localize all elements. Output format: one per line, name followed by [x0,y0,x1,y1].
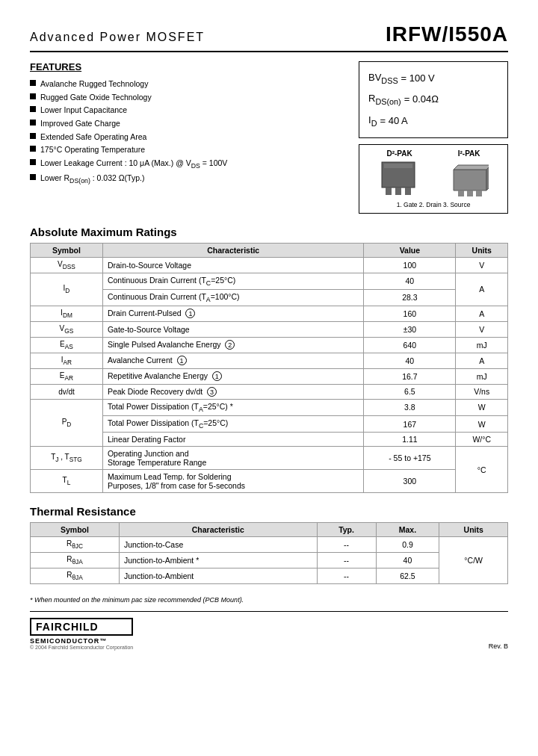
char-cell: Single Pulsed Avalanche Energy 2 [102,337,363,353]
units-cell: W/°C [456,433,508,447]
table-row: PD Total Power Dissipation (TA=25°C) * 3… [31,399,508,415]
value-cell: 3.8 [364,399,456,415]
table-row: RθJA Junction-to-Ambient * -- 40 [31,553,508,568]
thermal-heading: Thermal Resistance [30,505,508,518]
symbol-cell: RθJA [31,553,120,568]
units-cell: V [456,257,508,273]
typ-cell: -- [317,568,376,584]
symbol-cell: TJ , TSTG [31,447,103,470]
units-cell: mJ [456,337,508,353]
units-cell: A [456,306,508,321]
value-cell: 40 [364,353,456,368]
char-cell: Junction-to-Ambient [119,568,317,584]
table-row: VGS Gate-to-Source Voltage ±30 V [31,321,508,337]
specs-section: BVDSS = 100 V RDS(on) = 0.04Ω ID = 40 A … [359,61,508,214]
value-cell: 160 [364,306,456,321]
features-section: FEATURES Avalanche Rugged Technology Rug… [30,61,344,214]
table-row: IDM Drain Current-Pulsed 1 160 A [31,306,508,321]
char-cell: Repetitive Avalanche Energy 1 [102,368,363,384]
thermal-table: Symbol Characteristic Typ. Max. Units Rθ… [30,522,508,584]
package-header: D²-PAK I²-PAK [364,149,503,158]
table-row: RθJC Junction-to-Case -- 0.9 °C/W [31,537,508,553]
table-row: EAR Repetitive Avalanche Energy 1 16.7 m… [31,368,508,384]
units-cell: W [456,399,508,415]
symbol-cell: dv/dt [31,384,103,399]
page-footer: FAIRCHILD SEMICONDUCTOR™ © 2004 Fairchil… [30,611,508,650]
svg-marker-6 [454,165,489,170]
main-top-section: FEATURES Avalanche Rugged Technology Rug… [30,61,508,214]
svg-rect-10 [476,190,482,196]
char-cell: Peak Diode Recovery dv/dt 3 [102,384,363,399]
char-cell: Maximum Lead Temp. for SolderingPurposes… [102,470,363,493]
package-diagram: D²-PAK I²-PAK [359,144,508,214]
package-images [364,161,503,198]
svg-rect-4 [384,164,412,168]
col-typ: Typ. [317,523,376,537]
table-row: dv/dt Peak Diode Recovery dv/dt 3 6.5 V/… [31,384,508,399]
svg-marker-7 [486,165,489,190]
value-cell: 28.3 [364,289,456,306]
package-footer: 1. Gate 2. Drain 3. Source [364,201,503,208]
rev-text: Rev. B [489,642,508,650]
char-cell: Continuous Drain Current (TC=25°C) [102,273,363,289]
rds-param: RDS(on) = 0.04Ω [368,89,498,110]
value-cell: ±30 [364,321,456,337]
value-cell: 1.11 [364,433,456,447]
table-row: ID Continuous Drain Current (TC=25°C) 40… [31,273,508,289]
abs-max-heading: Absolute Maximum Ratings [30,226,508,238]
semiconductor-text: SEMICONDUCTOR™ [30,637,133,645]
list-item: Lower RDS(on) : 0.032 Ω(Typ.) [30,173,344,185]
value-cell: 167 [364,416,456,433]
bullet-icon [30,120,36,126]
bullet-icon [30,93,36,99]
id-param: ID = 40 A [368,111,498,131]
header-subtitle: Advanced Power MOSFET [30,31,205,44]
table-row: RθJA Junction-to-Ambient -- 62.5 [31,568,508,584]
footnote: * When mounted on the minimum pac size r… [30,596,508,604]
char-cell: Drain-to-Source Voltage [102,257,363,273]
symbol-cell: VGS [31,321,103,337]
col-characteristic: Characteristic [102,243,363,257]
d2pak-label: D²-PAK [386,149,412,158]
col-max: Max. [376,523,439,537]
svg-rect-1 [386,188,392,195]
list-item: Avalanche Rugged Technology [30,78,344,90]
list-item: Rugged Gate Oxide Technology [30,92,344,103]
symbol-cell: PD [31,399,103,446]
col-symbol: Symbol [31,243,103,257]
bullet-icon [30,174,36,180]
bullet-icon [30,133,36,139]
table-row: TL Maximum Lead Temp. for SolderingPurpo… [31,470,508,493]
char-cell: Junction-to-Case [119,537,317,553]
i2pak-svg [448,161,489,198]
col-units: Units [439,523,508,537]
symbol-cell: RθJC [31,537,120,553]
bvdss-param: BVDSS = 100 V [368,68,498,89]
table-row: IAR Avalanche Current 1 40 A [31,353,508,368]
copyright-text: © 2004 Fairchild Semiconductor Corporati… [30,645,133,650]
features-heading: FEATURES [30,61,344,72]
units-cell: V/ns [456,384,508,399]
char-cell: Total Power Dissipation (TC=25°C) [102,416,363,433]
list-item: 175°C Operating Temperature [30,144,344,155]
col-symbol: Symbol [31,523,120,537]
units-cell: °C/W [439,537,508,584]
value-cell: 100 [364,257,456,273]
svg-rect-8 [458,190,464,196]
max-cell: 40 [376,553,439,568]
value-cell: 300 [364,470,456,493]
units-cell: W [456,416,508,433]
bullet-icon [30,106,36,112]
bullet-icon [30,146,36,152]
typ-cell: -- [317,537,376,553]
header-title: IRFW/I550A [386,22,508,46]
units-cell: mJ [456,368,508,384]
symbol-cell: IAR [31,353,103,368]
svg-rect-9 [467,190,473,196]
col-characteristic: Characteristic [119,523,317,537]
char-cell: Drain Current-Pulsed 1 [102,306,363,321]
d2pak-svg [378,161,419,198]
list-item: Lower Input Capacitance [30,105,344,116]
max-cell: 62.5 [376,568,439,584]
col-units: Units [456,243,508,257]
